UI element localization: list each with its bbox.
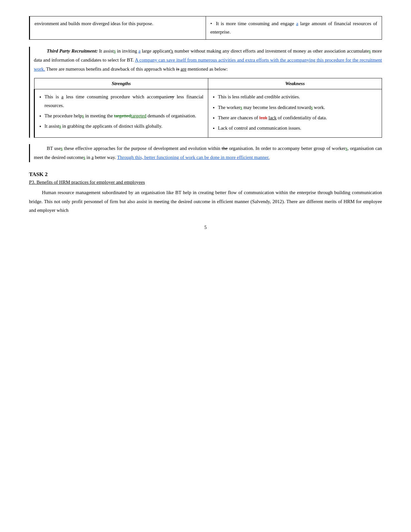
sw-strengths-header: Strengths <box>34 78 208 89</box>
tp-s1: s <box>114 48 116 54</box>
sw-weakness-header: Weakness <box>208 78 382 89</box>
weakness-3-lack: lack <box>269 115 277 120</box>
tp-link1: A company can save itself from numerous … <box>34 57 382 72</box>
top-table-left-text: environment and builds more diverged ide… <box>34 21 153 26</box>
tp-a1: a <box>138 48 141 54</box>
tp-strike-is: is <box>176 66 179 72</box>
task2-section: TASK 2 P3. Benefits of HRM practices for… <box>29 171 382 215</box>
right-cell-text1: It is more time consuming and engage a l… <box>210 21 377 34</box>
top-table-right-cell: • It is more time consuming and engage a… <box>206 16 382 40</box>
third-party-para: Third Party Recruitment: It assists in i… <box>34 47 382 74</box>
weakness-2-s: s <box>240 105 242 110</box>
sw-strengths-cell: This is a less time consuming procedure … <box>34 89 208 138</box>
strength-item-3: It assists in grabbing the applicants of… <box>44 122 203 130</box>
top-table: environment and builds more diverged ide… <box>29 16 382 40</box>
bt-s1: s <box>61 146 63 151</box>
tp-are: are <box>181 66 186 72</box>
strength-2-s: s <box>82 113 84 118</box>
sw-weakness-cell: This is less reliable and credible activ… <box>208 89 382 138</box>
weakness-list: This is less reliable and credible activ… <box>211 93 377 132</box>
strength-3-s: s <box>59 123 61 129</box>
weakness-item-2: The workers may become less dedicated to… <box>218 103 377 112</box>
page-content: environment and builds more diverged ide… <box>29 16 382 230</box>
strength-2-targetted: targetted <box>114 113 131 118</box>
bt-strike-the: the <box>222 146 228 151</box>
top-table-left-cell: environment and builds more diverged ide… <box>30 16 206 40</box>
third-party-label: Third Party Recruitment: <box>47 48 98 54</box>
sw-table: Strengths Weakness This is a less time c… <box>34 78 382 138</box>
task2-heading: TASK 2 <box>29 171 382 178</box>
strength-1-sy: sy <box>170 94 174 99</box>
tp-s2: s <box>369 48 371 54</box>
right-cell-link-a: a <box>296 21 298 26</box>
third-party-section: Third Party Recruitment: It assists in i… <box>29 47 382 138</box>
weakness-2-s2: s <box>311 105 313 110</box>
strengths-list: This is a less time consuming procedure … <box>38 93 203 130</box>
strength-1-a: a <box>61 94 64 99</box>
weakness-item-1: This is less reliable and credible activ… <box>218 93 377 101</box>
task2-subheading: P3. Benefits of HRM practices for employ… <box>29 180 382 185</box>
task2-para: Human resource management subordinated b… <box>29 188 382 215</box>
bt-link1: Through this, better functioning of work… <box>117 155 269 160</box>
strength-item-2: The procedure helps in meeting the targe… <box>44 112 203 120</box>
bt-a1: a <box>92 155 94 160</box>
weakness-item-4: Lack of control and communication issues… <box>218 124 377 132</box>
right-cell-bullet: • <box>210 21 216 26</box>
bt-s3: s <box>83 155 85 160</box>
bt-para: BT uses these effective approaches for t… <box>34 144 382 162</box>
bt-para-section: BT uses these effective approaches for t… <box>29 144 382 162</box>
weakness-3-leak: leak <box>259 115 267 120</box>
page-number: 5 <box>29 225 382 230</box>
strength-2-targeted: targeted <box>131 113 146 118</box>
tp-apostrophe-s: 's <box>171 48 173 54</box>
weakness-item-3: There are chances of leak lack of confid… <box>218 113 377 122</box>
strength-item-1: This is a less time consuming procedure … <box>44 93 203 110</box>
bt-s2: s <box>346 146 347 151</box>
